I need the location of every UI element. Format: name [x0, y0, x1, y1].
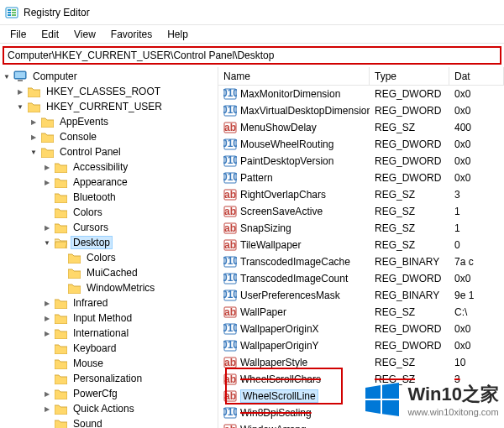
value-data: 0x0	[449, 323, 504, 335]
value-data: 3	[449, 189, 504, 201]
menu-edit[interactable]: Edit	[34, 27, 66, 42]
tree-node-cursors[interactable]: Cursors	[0, 220, 218, 235]
tree-view[interactable]: Computer HKEY_CLASSES_ROOT HKEY_CURRENT_…	[0, 67, 218, 428]
tree-node-bluetooth[interactable]: Bluetooth	[0, 190, 218, 205]
list-row[interactable]: 010MouseWheelRoutingREG_DWORD0x0	[218, 136, 504, 153]
value-name: UserPreferencesMask	[240, 290, 340, 301]
tree-node-powercfg[interactable]: PowerCfg	[0, 386, 218, 401]
tree-label: Accessibility	[71, 160, 130, 174]
list-row[interactable]: 010WallpaperOriginXREG_DWORD0x0	[218, 321, 504, 337]
expander-icon[interactable]	[27, 149, 40, 156]
expander-icon[interactable]	[0, 73, 13, 81]
tree-node-input-method[interactable]: Input Method	[0, 311, 218, 326]
svg-text:010: 010	[223, 406, 237, 418]
expander-icon[interactable]	[40, 330, 54, 337]
tree-node-hkcu[interactable]: HKEY_CURRENT_USER	[0, 99, 218, 114]
tree-node-infrared[interactable]: Infrared	[0, 295, 218, 311]
svg-rect-3	[8, 14, 11, 16]
list-row[interactable]: abWheelScrollCharsREG_SZ3	[218, 371, 504, 388]
tree-node-personalization[interactable]: Personalization	[0, 371, 218, 386]
tree-node-muicached[interactable]: MuiCached	[0, 265, 218, 280]
expander-icon[interactable]	[40, 315, 54, 322]
binary-value-icon: 010	[223, 138, 237, 151]
tree-node-sound[interactable]: Sound	[0, 416, 218, 428]
expander-icon[interactable]	[40, 164, 54, 171]
expander-icon[interactable]	[40, 300, 54, 307]
tree-node-appearance[interactable]: Appearance	[0, 175, 218, 190]
list-row[interactable]: abMenuShowDelayREG_SZ400	[218, 119, 504, 136]
tree-label: Mouse	[71, 357, 106, 370]
list-row[interactable]: abWallPaperREG_SZC:\	[218, 304, 504, 321]
svg-text:ab: ab	[224, 390, 236, 402]
folder-icon	[54, 191, 67, 204]
value-data: 0x0	[449, 340, 504, 352]
list-row[interactable]: abRightOverlapCharsREG_SZ3	[218, 186, 504, 203]
list-body[interactable]: 010MaxMonitorDimensionREG_DWORD0x0010Max…	[218, 86, 504, 428]
list-row[interactable]: 010PaintDesktopVersionREG_DWORD0x0	[218, 153, 504, 170]
list-row[interactable]: 010MaxVirtualDesktopDimensionREG_DWORD0x…	[218, 102, 504, 119]
folder-icon	[54, 160, 67, 174]
tree-node-mouse[interactable]: Mouse	[0, 356, 218, 371]
expander-icon[interactable]	[27, 133, 40, 141]
expander-icon[interactable]	[13, 103, 27, 111]
tree-node-international[interactable]: International	[0, 326, 218, 341]
tree-node-control-panel[interactable]: Control Panel	[0, 144, 218, 159]
menu-view[interactable]: View	[67, 27, 102, 42]
expander-icon[interactable]	[13, 88, 27, 96]
value-data: 0	[449, 239, 504, 251]
menu-help[interactable]: Help	[160, 27, 195, 42]
tree-node-desktop-colors[interactable]: Colors	[0, 250, 218, 265]
list-row[interactable]: abScreenSaveActiveREG_SZ1	[218, 203, 504, 220]
list-row[interactable]: abWallpaperStyleREG_SZ10	[218, 354, 504, 371]
list-row[interactable]: abWindowArrang	[218, 421, 504, 428]
list-row[interactable]: 010Win8DpiScaling	[218, 405, 504, 421]
value-type: REG_SZ	[370, 206, 449, 217]
tree-node-desktop[interactable]: Desktop	[0, 235, 218, 250]
list-row[interactable]: abTileWallpaperREG_SZ0	[218, 237, 504, 253]
column-name[interactable]: Name	[218, 67, 370, 85]
menubar: File Edit View Favorites Help	[0, 25, 504, 44]
list-row[interactable]: abWheelScrollLine	[218, 388, 504, 405]
svg-rect-8	[15, 72, 25, 78]
list-row[interactable]: 010TranscodedImageCountREG_DWORD0x0	[218, 270, 504, 287]
column-data[interactable]: Dat	[449, 67, 504, 85]
tree-node-colors[interactable]: Colors	[0, 205, 218, 220]
expander-icon[interactable]	[27, 118, 40, 126]
tree-node-windowmetrics[interactable]: WindowMetrics	[0, 280, 218, 295]
value-type: REG_DWORD	[370, 323, 449, 335]
expander-icon[interactable]	[40, 405, 54, 413]
tree-label: Infrared	[71, 296, 110, 310]
expander-icon[interactable]	[40, 390, 54, 398]
value-name: WallpaperOriginY	[240, 340, 319, 352]
value-data: 0x0	[449, 88, 504, 100]
tree-node-appevents[interactable]: AppEvents	[0, 114, 218, 129]
address-bar[interactable]	[3, 46, 501, 65]
tree-node-console[interactable]: Console	[0, 129, 218, 144]
list-row[interactable]: 010PatternREG_DWORD0x0	[218, 170, 504, 186]
tree-label: Computer	[30, 70, 80, 83]
svg-text:010: 010	[223, 289, 237, 300]
menu-file[interactable]: File	[3, 27, 33, 42]
list-row[interactable]: 010MaxMonitorDimensionREG_DWORD0x0	[218, 86, 504, 102]
tree-node-accessibility[interactable]: Accessibility	[0, 159, 218, 175]
value-data: 0x0	[449, 155, 504, 167]
folder-icon	[40, 130, 54, 144]
menu-favorites[interactable]: Favorites	[104, 27, 159, 42]
list-row[interactable]: 010WallpaperOriginYREG_DWORD0x0	[218, 337, 504, 354]
window-title: Registry Editor	[24, 7, 90, 18]
tree-node-keyboard[interactable]: Keyboard	[0, 341, 218, 356]
folder-icon	[27, 100, 40, 113]
tree-node-quick-actions[interactable]: Quick Actions	[0, 401, 218, 416]
svg-text:010: 010	[223, 171, 237, 183]
expander-icon[interactable]	[40, 224, 54, 232]
expander-icon[interactable]	[40, 239, 54, 247]
tree-node-hkcr[interactable]: HKEY_CLASSES_ROOT	[0, 84, 218, 99]
binary-value-icon: 010	[223, 289, 237, 302]
list-row[interactable]: abSnapSizingREG_SZ1	[218, 220, 504, 237]
tree-node-computer[interactable]: Computer	[0, 69, 218, 84]
expander-icon[interactable]	[40, 179, 54, 186]
column-type[interactable]: Type	[370, 67, 449, 85]
list-row[interactable]: 010UserPreferencesMaskREG_BINARY9e 1	[218, 287, 504, 304]
list-row[interactable]: 010TranscodedImageCacheREG_BINARY7a c	[218, 253, 504, 270]
tree-label: HKEY_CLASSES_ROOT	[44, 85, 163, 98]
